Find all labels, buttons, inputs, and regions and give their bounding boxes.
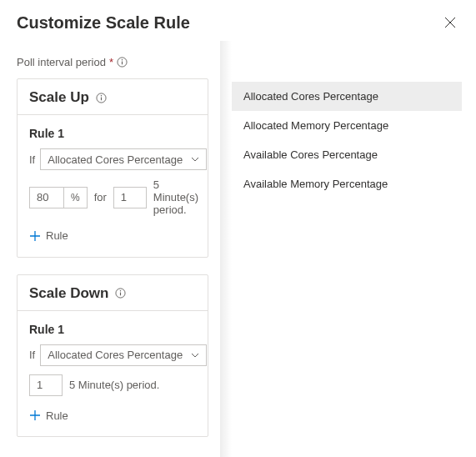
duration-input[interactable] [113,187,147,208]
svg-rect-2 [122,62,123,65]
if-row: If Allocated Cores Percentage [29,344,196,366]
metric-select[interactable]: Allocated Cores Percentage [40,344,207,366]
metric-dropdown-panel: Allocated Cores Percentage Allocated Mem… [232,82,462,198]
for-label: for [94,191,107,203]
poll-interval-row: Poll interval period * [17,41,208,78]
if-row: If Allocated Cores Percentage [29,148,196,170]
required-asterisk: * [109,56,113,68]
info-icon [117,57,128,68]
threshold-row: % for 5 Minute(s) period. [29,178,196,216]
dialog-header: Customize Scale Rule [0,0,476,41]
threshold-unit: % [63,188,87,208]
scale-down-head: Scale Down [18,275,208,311]
svg-point-7 [120,290,121,291]
dropdown-item[interactable]: Allocated Memory Percentage [232,111,462,140]
chevron-down-icon [191,155,199,163]
period-label: 5 Minute(s) period. [69,379,159,391]
scale-down-body: Rule 1 If Allocated Cores Percentage 5 M… [18,311,208,437]
dialog-footer: Ok Cancel [17,454,208,457]
duration-input[interactable] [29,374,63,396]
rule-title: Rule 1 [29,323,196,336]
scale-up-heading: Scale Up [29,89,89,106]
add-rule-button[interactable]: Rule [29,408,68,424]
svg-point-1 [122,59,123,60]
close-icon [444,17,456,28]
add-rule-label: Rule [46,229,68,242]
poll-label: Poll interval period [17,56,106,68]
scale-up-body: Rule 1 If Allocated Cores Percentage % f… [18,115,208,257]
svg-rect-8 [120,293,121,296]
dialog-title: Customize Scale Rule [17,13,190,33]
threshold-row: 5 Minute(s) period. [29,374,196,396]
dropdown-item[interactable]: Available Cores Percentage [232,140,462,169]
rule-title: Rule 1 [29,127,196,140]
plus-icon [29,409,41,421]
dropdown-item[interactable]: Available Memory Percentage [232,169,462,198]
if-label: If [29,153,35,166]
close-button[interactable] [441,13,459,34]
chevron-down-icon [191,351,199,359]
info-icon [115,288,126,299]
scale-up-section: Scale Up Rule 1 If Allocated Cores Perce… [17,78,208,258]
threshold-input[interactable] [30,191,63,203]
metric-select-value: Allocated Cores Percentage [48,153,183,166]
if-label: If [29,349,35,361]
left-panel: Poll interval period * Scale Up Rule 1 I… [0,41,225,457]
plus-icon [29,230,41,242]
dropdown-item[interactable]: Allocated Cores Percentage [232,82,462,111]
scale-down-section: Scale Down Rule 1 If Allocated Cores Per… [17,274,208,438]
metric-select[interactable]: Allocated Cores Percentage [40,148,207,170]
add-rule-button[interactable]: Rule [29,228,68,244]
metric-select-value: Allocated Cores Percentage [48,349,183,361]
info-icon [96,93,107,103]
scale-up-head: Scale Up [18,79,208,115]
svg-point-4 [101,94,102,95]
scale-down-heading: Scale Down [29,285,108,302]
add-rule-label: Rule [46,409,68,422]
svg-rect-5 [101,97,102,100]
period-label: 5 Minute(s) period. [153,178,198,216]
threshold-input-wrap: % [29,187,88,208]
